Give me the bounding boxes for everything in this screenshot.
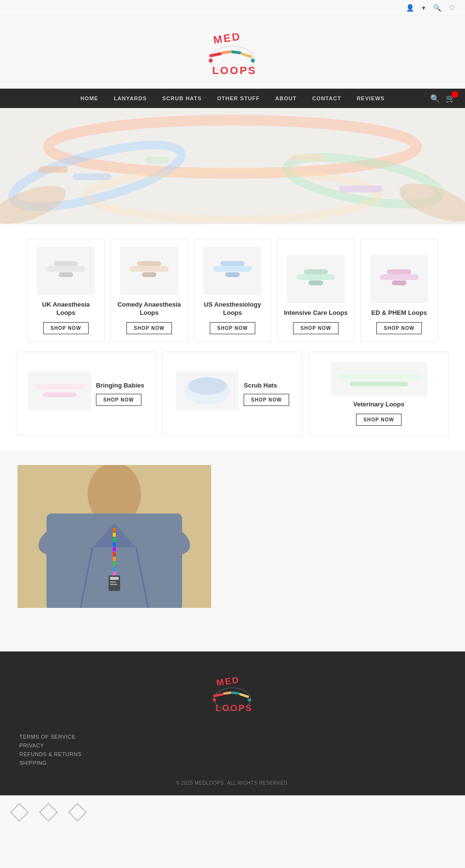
svg-rect-16 xyxy=(291,154,325,161)
svg-rect-26 xyxy=(213,266,252,272)
svg-rect-13 xyxy=(39,166,68,173)
shop-now-vet[interactable]: SHOP NOW xyxy=(356,414,401,426)
account-icon[interactable]: 👤 xyxy=(406,4,414,12)
svg-line-65 xyxy=(215,694,223,696)
shop-now-scrub[interactable]: SHOP NOW xyxy=(244,394,289,406)
footer: MED LOOPS TERMS OF SERVICE PRIVACY REFUN… xyxy=(0,651,465,795)
svg-point-9 xyxy=(48,120,417,173)
svg-line-4 xyxy=(232,52,240,53)
footer-shipping[interactable]: SHIPPING xyxy=(19,760,47,766)
cart-icon-container[interactable]: 🛒 xyxy=(446,94,455,103)
svg-line-5 xyxy=(242,54,251,57)
hero-banner xyxy=(0,108,465,224)
svg-rect-53 xyxy=(113,557,116,561)
svg-rect-48 xyxy=(113,533,116,537)
nav-home[interactable]: HOME xyxy=(73,89,106,108)
payment-icon-1 xyxy=(10,803,29,822)
svg-point-8 xyxy=(251,59,255,62)
svg-rect-47 xyxy=(113,528,116,532)
svg-rect-31 xyxy=(309,280,323,285)
svg-marker-73 xyxy=(40,804,57,821)
product-image-icu xyxy=(287,255,345,303)
footer-privacy[interactable]: PRIVACY xyxy=(19,743,44,748)
main-nav: HOME LANYARDS SCRUB HATS OTHER STUFF ABO… xyxy=(0,89,465,108)
svg-rect-15 xyxy=(145,156,170,163)
svg-rect-51 xyxy=(113,547,116,551)
product-card-ed-phem: ED & PHEM Loops SHOP NOW xyxy=(360,239,438,342)
product-title-uk: UK Anaesthesia Loops xyxy=(32,301,99,317)
footer-copyright: © 2025 MEDLOOPS. ALL RIGHTS RESERVED. xyxy=(10,780,455,786)
footer-terms[interactable]: TERMS OF SERVICE xyxy=(19,734,76,740)
nav-scrub-hats[interactable]: SCRUB HATS xyxy=(155,89,209,108)
product-image-us xyxy=(203,247,262,295)
product-title-vet: Veterinary Loops xyxy=(353,401,404,409)
shop-now-icu[interactable]: SHOP NOW xyxy=(293,322,338,334)
search-icon-top[interactable]: 🔍 xyxy=(433,4,441,12)
product-title-us: US Anesthesiology Loops xyxy=(199,301,266,317)
svg-line-67 xyxy=(232,693,239,694)
shop-now-uk[interactable]: SHOP NOW xyxy=(43,322,88,334)
products-section: UK Anaesthesia Loops SHOP NOW Comedy Ana… xyxy=(0,224,465,450)
shop-now-babies[interactable]: SHOP NOW xyxy=(96,394,141,406)
svg-marker-74 xyxy=(69,804,86,821)
svg-rect-40 xyxy=(350,382,408,387)
footer-links: TERMS OF SERVICE PRIVACY REFUNDS & RETUR… xyxy=(10,734,455,766)
svg-marker-72 xyxy=(11,804,28,821)
nav-other-stuff[interactable]: OTHER STUFF xyxy=(209,89,267,108)
svg-rect-55 xyxy=(113,567,116,571)
svg-text:LOOPS: LOOPS xyxy=(212,64,257,77)
nav-lanyards[interactable]: LANYARDS xyxy=(106,89,155,108)
footer-refunds[interactable]: REFUNDS & RETURNS xyxy=(19,751,81,757)
product-card-bringing-babies: Bringing Babies SHOP NOW xyxy=(16,352,156,436)
payment-icon-2 xyxy=(39,803,58,822)
svg-point-38 xyxy=(188,377,227,395)
product-image-ed xyxy=(370,255,428,303)
svg-rect-59 xyxy=(110,581,116,583)
product-title-comedy: Comedy Anaesthesia Loops xyxy=(116,301,183,317)
svg-rect-28 xyxy=(225,272,240,277)
product-title-babies: Bringing Babies xyxy=(96,382,144,390)
svg-rect-21 xyxy=(54,261,78,266)
products-row-2: Bringing Babies SHOP NOW Scrub Hats SHOP… xyxy=(10,352,455,436)
svg-rect-49 xyxy=(113,538,116,542)
product-image-vet xyxy=(330,362,427,396)
shop-now-comedy[interactable]: SHOP NOW xyxy=(126,322,171,334)
svg-rect-58 xyxy=(110,577,119,580)
nav-contact[interactable]: CONTACT xyxy=(304,89,349,108)
svg-rect-56 xyxy=(113,572,116,575)
nav-search-icon[interactable]: 🔍 xyxy=(430,94,440,103)
product-card-veterinary: Veterinary Loops SHOP NOW xyxy=(309,352,449,436)
footer-logo[interactable]: MED LOOPS xyxy=(10,671,455,719)
shop-now-ed[interactable]: SHOP NOW xyxy=(376,322,421,334)
svg-rect-25 xyxy=(142,272,156,277)
svg-rect-50 xyxy=(113,542,116,546)
wishlist-icon[interactable]: ♡ xyxy=(449,4,455,12)
svg-rect-33 xyxy=(387,269,411,274)
svg-line-2 xyxy=(211,54,220,56)
dropdown-icon[interactable]: ▾ xyxy=(422,4,425,12)
photo-section xyxy=(0,450,465,622)
svg-point-18 xyxy=(0,178,70,224)
bottom-payment-icons xyxy=(0,795,465,829)
svg-text:MED: MED xyxy=(213,30,242,46)
product-title-ed: ED & PHEM Loops xyxy=(372,309,427,317)
svg-rect-60 xyxy=(110,584,117,585)
svg-point-7 xyxy=(209,59,213,62)
svg-rect-22 xyxy=(59,272,73,277)
svg-rect-39 xyxy=(338,374,420,380)
svg-rect-29 xyxy=(296,274,335,280)
svg-rect-27 xyxy=(220,261,245,266)
product-image-babies xyxy=(28,372,91,410)
cart-badge xyxy=(451,91,458,98)
product-image-uk xyxy=(37,247,95,295)
site-logo[interactable]: MED LOOPS xyxy=(199,26,266,84)
svg-text:LOOPS: LOOPS xyxy=(216,703,253,713)
product-card-comedy: Comedy Anaesthesia Loops SHOP NOW xyxy=(110,239,188,342)
shop-now-us[interactable]: SHOP NOW xyxy=(210,322,255,334)
product-image-comedy xyxy=(120,247,178,295)
svg-rect-35 xyxy=(35,384,84,389)
nav-reviews[interactable]: REVIEWS xyxy=(349,89,392,108)
top-bar: 👤 ▾ 🔍 ♡ xyxy=(0,0,465,16)
hero-loops xyxy=(0,108,465,224)
nav-about[interactable]: ABOUT xyxy=(267,89,304,108)
